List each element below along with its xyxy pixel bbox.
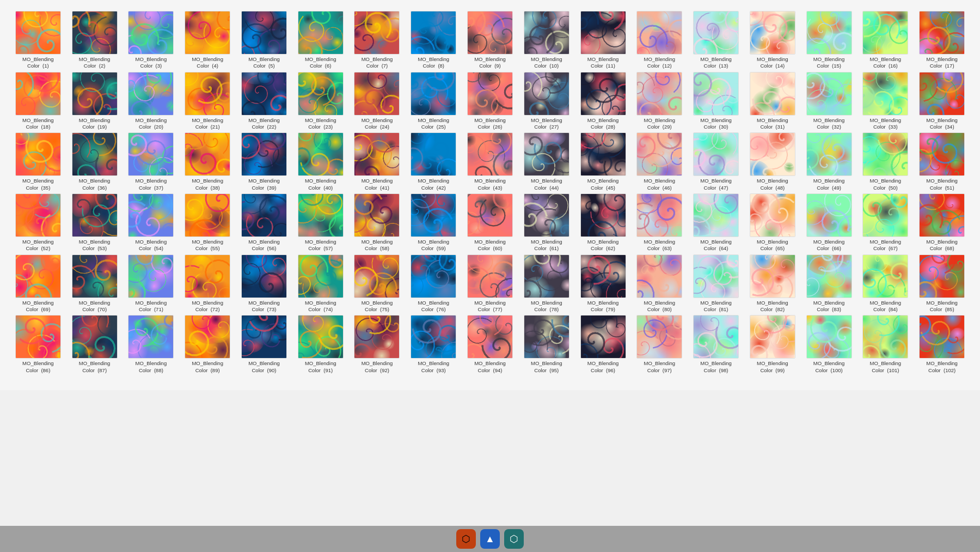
grid-item-3[interactable]: MO_Blending Color (3)	[124, 11, 179, 70]
grid-item-39[interactable]: MO_Blending Color (39)	[237, 132, 291, 191]
grid-item-102[interactable]: MO_Blending Color (102)	[915, 315, 969, 374]
grid-item-71[interactable]: MO_Blending Color (71)	[124, 254, 179, 313]
grid-item-2[interactable]: MO_Blending Color (2)	[68, 11, 122, 70]
grid-item-22[interactable]: MO_Blending Color (22)	[237, 72, 291, 131]
grid-item-80[interactable]: MO_Blending Color (80)	[632, 254, 687, 313]
grid-item-8[interactable]: MO_Blending Color (8)	[406, 11, 461, 70]
grid-item-96[interactable]: MO_Blending Color (96)	[576, 315, 630, 374]
grid-item-41[interactable]: MO_Blending Color (41)	[350, 132, 405, 191]
grid-item-57[interactable]: MO_Blending Color (57)	[293, 193, 348, 252]
grid-item-35[interactable]: MO_Blending Color (35)	[11, 132, 65, 191]
grid-item-97[interactable]: MO_Blending Color (97)	[632, 315, 687, 374]
grid-item-63[interactable]: MO_Blending Color (63)	[632, 193, 687, 252]
taskbar-icon-3[interactable]: ⬡	[504, 529, 524, 549]
grid-item-52[interactable]: MO_Blending Color (52)	[11, 193, 65, 252]
grid-item-56[interactable]: MO_Blending Color (56)	[237, 193, 291, 252]
grid-item-61[interactable]: MO_Blending Color (61)	[519, 193, 574, 252]
grid-item-68[interactable]: MO_Blending Color (68)	[915, 193, 969, 252]
grid-item-37[interactable]: MO_Blending Color (37)	[124, 132, 179, 191]
grid-item-43[interactable]: MO_Blending Color (43)	[463, 132, 517, 191]
grid-item-92[interactable]: MO_Blending Color (92)	[350, 315, 405, 374]
grid-item-85[interactable]: MO_Blending Color (85)	[915, 254, 969, 313]
grid-item-16[interactable]: MO_Blending Color (16)	[858, 11, 912, 70]
grid-item-60[interactable]: MO_Blending Color (60)	[463, 193, 517, 252]
grid-item-15[interactable]: MO_Blending Color (15)	[802, 11, 856, 70]
grid-item-74[interactable]: MO_Blending Color (74)	[293, 254, 348, 313]
grid-item-45[interactable]: MO_Blending Color (45)	[576, 132, 630, 191]
grid-item-90[interactable]: MO_Blending Color (90)	[237, 315, 291, 374]
grid-item-36[interactable]: MO_Blending Color (36)	[68, 132, 122, 191]
grid-item-65[interactable]: MO_Blending Color (65)	[745, 193, 800, 252]
grid-item-73[interactable]: MO_Blending Color (73)	[237, 254, 291, 313]
grid-item-21[interactable]: MO_Blending Color (21)	[180, 72, 235, 131]
grid-item-77[interactable]: MO_Blending Color (77)	[463, 254, 517, 313]
grid-item-18[interactable]: MO_Blending Color (18)	[11, 72, 65, 131]
grid-item-87[interactable]: MO_Blending Color (87)	[68, 315, 122, 374]
grid-item-101[interactable]: MO_Blending Color (101)	[858, 315, 912, 374]
grid-item-88[interactable]: MO_Blending Color (88)	[124, 315, 179, 374]
grid-item-5[interactable]: MO_Blending Color (5)	[237, 11, 291, 70]
grid-item-27[interactable]: MO_Blending Color (27)	[519, 72, 574, 131]
grid-item-84[interactable]: MO_Blending Color (84)	[858, 254, 912, 313]
grid-item-12[interactable]: MO_Blending Color (12)	[632, 11, 687, 70]
grid-item-89[interactable]: MO_Blending Color (89)	[180, 315, 235, 374]
grid-item-14[interactable]: MO_Blending Color (14)	[745, 11, 800, 70]
grid-item-67[interactable]: MO_Blending Color (67)	[858, 193, 912, 252]
grid-item-93[interactable]: MO_Blending Color (93)	[406, 315, 461, 374]
grid-item-4[interactable]: MO_Blending Color (4)	[180, 11, 235, 70]
grid-item-95[interactable]: MO_Blending Color (95)	[519, 315, 574, 374]
grid-item-66[interactable]: MO_Blending Color (66)	[802, 193, 856, 252]
grid-item-23[interactable]: MO_Blending Color (23)	[293, 72, 348, 131]
grid-item-47[interactable]: MO_Blending Color (47)	[689, 132, 743, 191]
grid-item-32[interactable]: MO_Blending Color (32)	[802, 72, 856, 131]
grid-item-94[interactable]: MO_Blending Color (94)	[463, 315, 517, 374]
grid-item-76[interactable]: MO_Blending Color (76)	[406, 254, 461, 313]
grid-item-81[interactable]: MO_Blending Color (81)	[689, 254, 743, 313]
grid-item-26[interactable]: MO_Blending Color (26)	[463, 72, 517, 131]
grid-item-91[interactable]: MO_Blending Color (91)	[293, 315, 348, 374]
grid-item-86[interactable]: MO_Blending Color (86)	[11, 315, 65, 374]
grid-item-10[interactable]: MO_Blending Color (10)	[519, 11, 574, 70]
grid-item-20[interactable]: MO_Blending Color (20)	[124, 72, 179, 131]
grid-item-7[interactable]: MO_Blending Color (7)	[350, 11, 405, 70]
grid-item-11[interactable]: MO_Blending Color (11)	[576, 11, 630, 70]
grid-item-46[interactable]: MO_Blending Color (46)	[632, 132, 687, 191]
grid-item-51[interactable]: MO_Blending Color (51)	[915, 132, 969, 191]
grid-item-64[interactable]: MO_Blending Color (64)	[689, 193, 743, 252]
grid-item-24[interactable]: MO_Blending Color (24)	[350, 72, 405, 131]
grid-item-50[interactable]: MO_Blending Color (50)	[858, 132, 912, 191]
grid-item-54[interactable]: MO_Blending Color (54)	[124, 193, 179, 252]
grid-item-49[interactable]: MO_Blending Color (49)	[802, 132, 856, 191]
grid-item-62[interactable]: MO_Blending Color (62)	[576, 193, 630, 252]
grid-item-98[interactable]: MO_Blending Color (98)	[689, 315, 743, 374]
grid-item-1[interactable]: MO_Blending Color (1)	[11, 11, 65, 70]
grid-item-31[interactable]: MO_Blending Color (31)	[745, 72, 800, 131]
grid-item-17[interactable]: MO_Blending Color (17)	[915, 11, 969, 70]
grid-item-13[interactable]: MO_Blending Color (13)	[689, 11, 743, 70]
grid-item-19[interactable]: MO_Blending Color (19)	[68, 72, 122, 131]
grid-item-99[interactable]: MO_Blending Color (99)	[745, 315, 800, 374]
grid-item-100[interactable]: MO_Blending Color (100)	[802, 315, 856, 374]
grid-item-34[interactable]: MO_Blending Color (34)	[915, 72, 969, 131]
grid-item-40[interactable]: MO_Blending Color (40)	[293, 132, 348, 191]
grid-item-72[interactable]: MO_Blending Color (72)	[180, 254, 235, 313]
grid-item-29[interactable]: MO_Blending Color (29)	[632, 72, 687, 131]
grid-item-38[interactable]: MO_Blending Color (38)	[180, 132, 235, 191]
grid-item-53[interactable]: MO_Blending Color (53)	[68, 193, 122, 252]
grid-item-78[interactable]: MO_Blending Color (78)	[519, 254, 574, 313]
grid-item-82[interactable]: MO_Blending Color (82)	[745, 254, 800, 313]
grid-item-30[interactable]: MO_Blending Color (30)	[689, 72, 743, 131]
grid-item-28[interactable]: MO_Blending Color (28)	[576, 72, 630, 131]
grid-item-44[interactable]: MO_Blending Color (44)	[519, 132, 574, 191]
grid-item-79[interactable]: MO_Blending Color (79)	[576, 254, 630, 313]
grid-item-70[interactable]: MO_Blending Color (70)	[68, 254, 122, 313]
grid-item-25[interactable]: MO_Blending Color (25)	[406, 72, 461, 131]
grid-item-55[interactable]: MO_Blending Color (55)	[180, 193, 235, 252]
grid-item-58[interactable]: MO_Blending Color (58)	[350, 193, 405, 252]
grid-item-33[interactable]: MO_Blending Color (33)	[858, 72, 912, 131]
grid-item-83[interactable]: MO_Blending Color (83)	[802, 254, 856, 313]
taskbar-icon-2[interactable]: ▲	[480, 529, 500, 549]
grid-item-75[interactable]: MO_Blending Color (75)	[350, 254, 405, 313]
grid-item-48[interactable]: MO_Blending Color (48)	[745, 132, 800, 191]
taskbar-icon-1[interactable]: ⬡	[456, 529, 476, 549]
